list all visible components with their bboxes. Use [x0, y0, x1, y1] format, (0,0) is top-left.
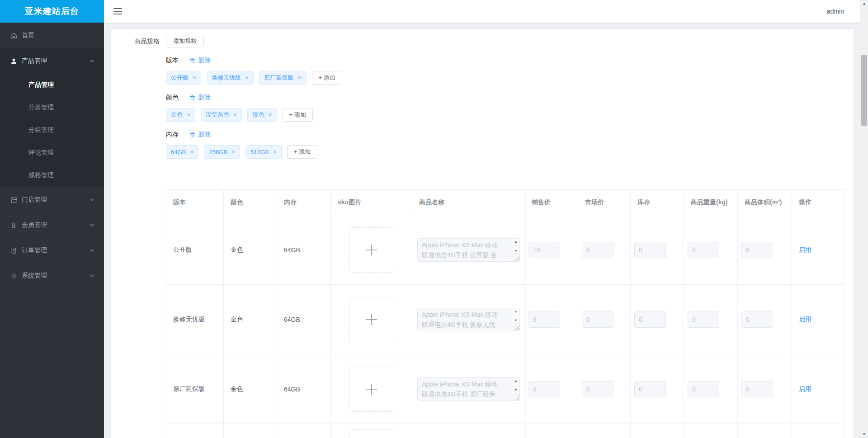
chevron-down-icon — [90, 248, 95, 253]
sku-image-upload[interactable] — [349, 227, 394, 273]
volume-input[interactable] — [741, 242, 773, 258]
scroll-down-icon: ▼ — [514, 388, 518, 391]
textarea-scrollbar[interactable]: ▲ ▼ — [512, 239, 519, 254]
cell-color: 金色 — [224, 354, 277, 424]
cell-memory: 64GB — [277, 354, 331, 424]
sku-image-upload[interactable] — [349, 297, 394, 342]
resize-grip[interactable] — [512, 254, 519, 261]
weight-input[interactable] — [688, 381, 719, 397]
home-icon — [10, 32, 18, 39]
remove-tag-icon[interactable]: × — [245, 75, 249, 81]
delete-spec-link[interactable]: 删除 — [187, 57, 211, 65]
resize-grip[interactable] — [512, 323, 519, 331]
add-tag-button[interactable]: + 添加 — [312, 71, 342, 85]
sale-price-input[interactable] — [528, 381, 560, 397]
cell-color: 金色 — [224, 285, 277, 354]
remove-tag-icon[interactable]: × — [190, 149, 193, 155]
sidebar-item-member[interactable]: 会员管理 — [0, 212, 104, 238]
textarea-scrollbar[interactable]: ▲ ▼ — [512, 378, 519, 393]
remove-tag-icon[interactable]: × — [233, 112, 237, 118]
column-header: 市场价 — [578, 190, 631, 215]
scrollbar-down-icon[interactable]: ▼ — [860, 430, 868, 438]
sidebar-item-grouping[interactable]: 分组管理 — [0, 119, 104, 141]
sale-price-input[interactable] — [528, 311, 560, 328]
stock-input[interactable] — [634, 242, 666, 258]
enable-link[interactable]: 启用 — [799, 246, 811, 253]
delete-spec-link[interactable]: 删除 — [187, 94, 211, 102]
sale-price-input[interactable] — [528, 242, 560, 258]
product-name-textarea[interactable]: Apple iPhone XS Max 移动联通电信4G手机 公开版 金 ▲ ▼ — [417, 238, 520, 262]
spec-tag: 256GB × — [204, 145, 240, 159]
spec-group-memory: 内存 删除 64GB × 256GB × 512GB × + 添加 — [166, 131, 854, 159]
remove-tag-icon[interactable]: × — [187, 112, 190, 118]
spec-groups: 版本 删除 公开版 × 换修无忧版 × 原厂延保版 × + 添加 颜色 删除 金… — [166, 57, 854, 159]
scrollbar-up-icon[interactable]: ▲ — [860, 0, 868, 8]
add-spec-button[interactable]: 添加规格 — [166, 35, 204, 47]
table-row: 公开版 金色 64GB Apple iPhone XS Max 移动联通电信4G… — [166, 215, 844, 285]
user-menu[interactable]: admin — [827, 8, 844, 15]
sidebar-item-product-list[interactable]: 产品管理 — [0, 74, 104, 96]
sidebar-item-home[interactable]: 首页 — [0, 23, 104, 48]
spec-tag: 银色 × — [247, 108, 277, 122]
column-header: 操作 — [792, 190, 844, 215]
sidebar-item-comment[interactable]: 评论管理 — [0, 141, 104, 164]
sidebar-item-order[interactable]: 订单管理 — [0, 238, 104, 263]
enable-link[interactable]: 启用 — [799, 316, 811, 323]
content-card: 商品规格 添加规格 版本 删除 公开版 × 换修无忧版 × 原厂延保版 × + … — [111, 29, 854, 438]
product-name-textarea[interactable]: Apple iPhone XS Max 移动联通电信4G手机 换修无忧 ▲ ▼ — [417, 308, 520, 331]
stock-input[interactable] — [634, 311, 666, 328]
sku-image-upload[interactable] — [349, 367, 394, 412]
sidebar-item-spec[interactable]: 规格管理 — [0, 164, 104, 187]
remove-tag-icon[interactable]: × — [231, 149, 235, 155]
sidebar-item-category[interactable]: 分类管理 — [0, 96, 104, 119]
remove-tag-icon[interactable]: × — [268, 112, 272, 118]
spec-tag: 换修无忧版 × — [207, 71, 254, 85]
sidebar-item-system[interactable]: 系统管理 — [0, 263, 104, 288]
column-header: 商品重量(kg) — [684, 190, 738, 215]
market-price-input[interactable] — [582, 242, 613, 258]
add-tag-button[interactable]: + 添加 — [287, 145, 317, 159]
market-price-input[interactable] — [582, 311, 613, 328]
column-header: 销售价 — [525, 190, 578, 215]
plus-icon — [365, 243, 378, 257]
scrollbar-thumb[interactable] — [861, 55, 867, 126]
market-price-input[interactable] — [582, 381, 613, 397]
sku-image-upload[interactable] — [349, 429, 394, 438]
remove-tag-icon[interactable]: × — [273, 149, 277, 155]
chevron-down-icon — [90, 197, 95, 203]
trash-icon — [189, 132, 196, 138]
table-row: ▲ ▼ — [166, 424, 844, 438]
cell-color: 金色 — [224, 215, 277, 285]
sidebar-expanded-block: 产品管理 产品管理 分类管理 分组管理 评论管理 规格管理 — [0, 48, 104, 187]
sidebar-item-product[interactable]: 产品管理 — [0, 48, 104, 74]
table-row: 原厂延保版 金色 64GB Apple iPhone XS Max 移动联通电信… — [166, 354, 844, 424]
plus-icon — [365, 382, 378, 396]
volume-input[interactable] — [741, 381, 773, 397]
textarea-scrollbar[interactable]: ▲ ▼ — [512, 308, 519, 323]
weight-input[interactable] — [688, 242, 719, 258]
column-header: 内存 — [277, 190, 331, 215]
weight-input[interactable] — [688, 311, 719, 328]
cell-version: 公开版 — [166, 215, 224, 285]
app-title: 亚米建站后台 — [0, 0, 104, 23]
add-tag-button[interactable]: + 添加 — [283, 108, 313, 122]
remove-tag-icon[interactable]: × — [193, 75, 196, 81]
page-scrollbar[interactable]: ▲ ▼ — [860, 0, 868, 438]
volume-input[interactable] — [741, 311, 773, 328]
resize-grip[interactable] — [512, 393, 519, 400]
chevron-down-icon — [90, 222, 95, 228]
delete-spec-link[interactable]: 删除 — [187, 131, 211, 139]
gear-icon — [10, 272, 18, 280]
enable-link[interactable]: 启用 — [799, 385, 811, 392]
main-area: admin 商品规格 添加规格 版本 删除 公开版 × 换修无忧版 × — [104, 0, 860, 438]
delete-label: 删除 — [198, 131, 211, 139]
remove-tag-icon[interactable]: × — [297, 75, 301, 81]
plus-icon — [365, 313, 378, 326]
sidebar-item-store[interactable]: 门店管理 — [0, 187, 104, 212]
stock-input[interactable] — [634, 381, 666, 397]
delete-label: 删除 — [198, 57, 211, 65]
column-header: 颜色 — [224, 190, 277, 215]
spec-tag: 金色 × — [166, 108, 195, 122]
product-name-textarea[interactable]: Apple iPhone XS Max 移动联通电信4G手机 原厂延保 ▲ ▼ — [417, 377, 520, 401]
hamburger-menu-icon[interactable] — [113, 8, 122, 14]
